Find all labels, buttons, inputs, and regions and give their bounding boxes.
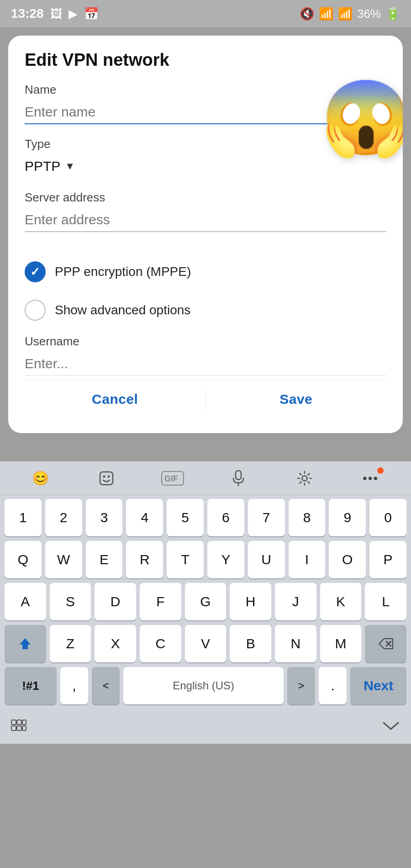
key-f[interactable]: F <box>140 583 181 620</box>
status-right: 🔇 📶 📶 36% 🔋 <box>300 7 400 21</box>
key-y[interactable]: Y <box>207 541 244 578</box>
svg-rect-10 <box>11 720 16 725</box>
backspace-key[interactable] <box>365 625 406 662</box>
save-button[interactable]: Save <box>206 381 387 418</box>
key-s[interactable]: S <box>50 583 91 620</box>
key-v[interactable]: V <box>185 625 227 662</box>
calendar-icon: 📅 <box>84 7 99 21</box>
settings-toolbar-button[interactable] <box>288 465 321 492</box>
key-b[interactable]: B <box>230 625 271 662</box>
type-dropdown[interactable]: PPTP ▼ <box>25 156 386 177</box>
key-4[interactable]: 4 <box>126 499 163 536</box>
svg-point-1 <box>103 475 105 477</box>
key-5[interactable]: 5 <box>167 499 204 536</box>
keyboard-toolbar: 😊 GIF <box>0 461 411 495</box>
battery-text: 36% <box>357 7 381 21</box>
dialog-actions: Cancel Save <box>25 380 386 418</box>
comma-key[interactable]: , <box>60 667 88 704</box>
key-o[interactable]: O <box>329 541 366 578</box>
next-key[interactable]: Next <box>350 667 406 704</box>
kb-row-zxcv: Z X C V B N M <box>5 625 406 662</box>
kb-row-bottom: !#1 , < English (US) > . Next <box>5 667 406 704</box>
chevron-down-icon[interactable] <box>382 720 400 735</box>
key-n[interactable]: N <box>275 625 316 662</box>
key-h[interactable]: H <box>230 583 271 620</box>
svg-rect-5 <box>236 471 241 480</box>
username-label: Username <box>25 334 386 349</box>
cancel-button[interactable]: Cancel <box>25 381 206 418</box>
key-c[interactable]: C <box>140 625 181 662</box>
space-key[interactable]: English (US) <box>123 667 283 704</box>
key-i[interactable]: I <box>289 541 326 578</box>
svg-rect-15 <box>22 726 26 730</box>
type-label: Type <box>25 137 386 151</box>
svg-rect-11 <box>17 720 21 725</box>
wifi-icon: 📶 <box>319 7 333 21</box>
mute-icon: 🔇 <box>300 7 314 21</box>
key-8[interactable]: 8 <box>289 499 326 536</box>
key-d[interactable]: D <box>95 583 136 620</box>
sticker-toolbar-button[interactable] <box>90 465 123 492</box>
server-label: Server address <box>25 191 386 205</box>
key-t[interactable]: T <box>167 541 204 578</box>
key-z[interactable]: Z <box>50 625 91 662</box>
kb-row-numbers: 1 2 3 4 5 6 7 8 9 0 <box>5 499 406 536</box>
key-p[interactable]: P <box>369 541 406 578</box>
key-7[interactable]: 7 <box>248 499 285 536</box>
status-left: 13:28 🖼 ▶ 📅 <box>11 6 99 21</box>
type-value: PPTP <box>25 159 60 174</box>
key-2[interactable]: 2 <box>45 499 82 536</box>
server-section: Server address <box>25 191 386 245</box>
key-9[interactable]: 9 <box>329 499 366 536</box>
key-q[interactable]: Q <box>5 541 42 578</box>
key-m[interactable]: M <box>320 625 362 662</box>
username-input[interactable] <box>25 352 386 376</box>
key-e[interactable]: E <box>86 541 123 578</box>
keyboard-grid-icon[interactable] <box>11 720 26 736</box>
gray-gap <box>0 433 411 461</box>
server-input[interactable] <box>25 208 386 232</box>
name-label: Name <box>25 83 386 97</box>
shift-key[interactable] <box>5 625 46 662</box>
dialog-title: Edit VPN network <box>25 50 386 70</box>
key-g[interactable]: G <box>185 583 227 620</box>
key-a[interactable]: A <box>5 583 46 620</box>
type-section: Type PPTP ▼ <box>25 137 386 177</box>
kb-row-qwerty: Q W E R T Y U I O P <box>5 541 406 578</box>
key-l[interactable]: L <box>365 583 406 620</box>
key-r[interactable]: R <box>126 541 163 578</box>
dialog-card: 😱 Edit VPN network Name Type PPTP ▼ Serv… <box>8 36 403 433</box>
key-j[interactable]: J <box>275 583 316 620</box>
key-1[interactable]: 1 <box>5 499 42 536</box>
key-x[interactable]: X <box>95 625 136 662</box>
key-3[interactable]: 3 <box>86 499 123 536</box>
signal-icon: 📶 <box>338 7 353 21</box>
keyboard-bottom-bar <box>0 711 411 744</box>
microphone-toolbar-button[interactable] <box>222 465 255 492</box>
photo-icon: 🖼 <box>50 7 62 21</box>
name-input[interactable] <box>25 101 386 124</box>
gif-toolbar-button[interactable]: GIF <box>156 465 189 492</box>
svg-rect-13 <box>11 726 16 730</box>
key-w[interactable]: W <box>45 541 82 578</box>
ppp-encryption-row[interactable]: ✓ PPP encryption (MPPE) <box>25 258 386 286</box>
key-k[interactable]: K <box>320 583 362 620</box>
lang-prev-key[interactable]: < <box>92 667 120 704</box>
ppp-encryption-label: PPP encryption (MPPE) <box>55 265 191 279</box>
svg-rect-12 <box>22 720 26 725</box>
svg-point-2 <box>107 475 110 477</box>
ppp-checkbox-checked[interactable]: ✓ <box>25 261 46 282</box>
key-6[interactable]: 6 <box>207 499 244 536</box>
dropdown-arrow-icon: ▼ <box>65 160 75 172</box>
key-u[interactable]: U <box>248 541 285 578</box>
advanced-options-row[interactable]: Show advanced options <box>25 296 386 324</box>
emoji-toolbar-button[interactable]: 😊 <box>24 465 57 492</box>
symbols-key[interactable]: !#1 <box>5 667 57 704</box>
period-key[interactable]: . <box>319 667 347 704</box>
lang-next-key[interactable]: > <box>287 667 315 704</box>
advanced-checkbox-empty[interactable] <box>25 300 46 321</box>
battery-icon: 🔋 <box>385 7 400 21</box>
svg-rect-14 <box>17 726 21 730</box>
more-toolbar-button[interactable]: ••• <box>354 465 387 492</box>
key-0[interactable]: 0 <box>369 499 406 536</box>
